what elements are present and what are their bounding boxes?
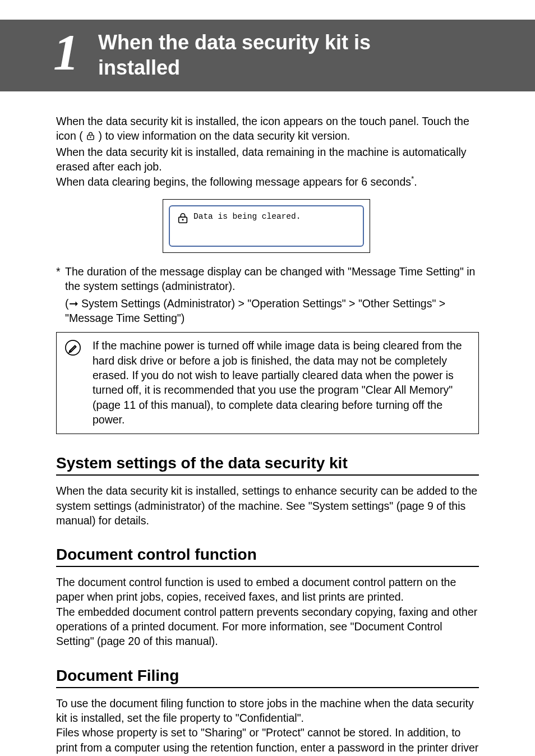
chapter-title: When the data security kit is installed <box>53 30 518 80</box>
heading-document-control: Document control function <box>56 546 479 567</box>
doc-filing-p2: Files whose property is set to "Sharing"… <box>56 726 478 756</box>
arrow-icon: ➞ <box>69 297 79 310</box>
chapter-number: 1 <box>53 26 79 78</box>
doc-filing-p1: To use the document filing function to s… <box>56 697 474 724</box>
touch-lock-icon <box>86 130 95 144</box>
chapter-title-line2: installed <box>98 56 180 79</box>
clearing-message-box: Data is being cleared. <box>163 199 370 253</box>
svg-rect-1 <box>90 137 91 138</box>
heading-document-filing: Document Filing <box>56 667 479 688</box>
note-text: If the machine power is turned off while… <box>93 338 467 427</box>
clearing-message-text: Data is being cleared. <box>193 212 301 221</box>
note-pencil-icon <box>64 338 82 427</box>
intro-p3a: When data clearing begins, the following… <box>56 176 411 188</box>
chapter-banner: 1 When the data security kit is installe… <box>0 20 535 91</box>
intro-p1b: ) to view information on the data securi… <box>99 130 350 142</box>
body-content: When the data security kit is installed,… <box>0 114 535 756</box>
doc-control-p2: The embedded document control pattern pr… <box>56 606 477 648</box>
note-box: If the machine power is turned off while… <box>56 332 479 434</box>
section-document-filing-body: To use the document filing function to s… <box>56 696 479 756</box>
doc-control-p1: The document control function is used to… <box>56 576 456 603</box>
footnote-sub: (➞ System Settings (Administrator) > "Op… <box>65 296 479 326</box>
section-document-control-body: The document control function is used to… <box>56 575 479 649</box>
page: 1 When the data security kit is installe… <box>0 0 535 756</box>
heading-system-settings: System settings of the data security kit <box>56 454 479 476</box>
footnote-text: The duration of the message display can … <box>65 264 479 294</box>
footnote-mark: * <box>56 264 62 294</box>
section-system-settings-body: When the data security kit is installed,… <box>56 483 479 528</box>
intro-p3b: . <box>414 176 417 188</box>
intro-block: When the data security kit is installed,… <box>56 114 479 189</box>
footnote-sub-text: System Settings (Administrator) > "Opera… <box>65 297 445 324</box>
chapter-title-line1: When the data security kit is <box>98 31 371 54</box>
intro-para-1: When the data security kit is installed,… <box>56 114 479 145</box>
clearing-lock-icon <box>177 212 189 227</box>
intro-para-2: When the data security kit is installed,… <box>56 145 479 174</box>
svg-rect-3 <box>182 219 184 220</box>
clearing-message-inner: Data is being cleared. <box>169 205 364 247</box>
intro-para-3: When data clearing begins, the following… <box>56 174 479 189</box>
footnote: * The duration of the message display ca… <box>56 264 479 294</box>
